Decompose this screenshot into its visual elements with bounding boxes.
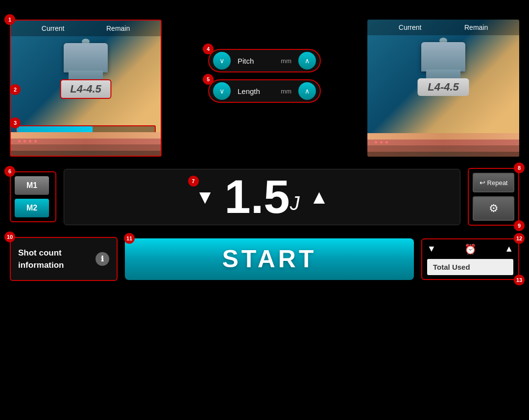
pitch-control: ∨ Pitch mm ∧ bbox=[208, 49, 321, 72]
length-unit: mm bbox=[281, 88, 291, 95]
badge-10: 10 bbox=[4, 232, 15, 242]
length-label-area: Length mm bbox=[234, 87, 295, 95]
current-label-right: Current bbox=[399, 23, 422, 31]
remain-label-left: Remain bbox=[106, 24, 130, 32]
energy-value: 1.5 bbox=[224, 173, 289, 220]
rdot2 bbox=[380, 141, 383, 143]
memory-section: M1 M2 bbox=[10, 171, 56, 222]
tissue-left bbox=[11, 132, 161, 157]
start-btn-wrapper: 11 START bbox=[125, 238, 414, 280]
badge-1: 1 bbox=[4, 14, 15, 25]
middle-controls: 4 ∨ Pitch mm ∧ 5 ∨ Length mm bbox=[198, 20, 331, 103]
timer-up-btn[interactable]: ▲ bbox=[505, 244, 513, 254]
timer-row: ▼ ⏰ ▲ bbox=[427, 243, 513, 255]
middle-row: 6 M1 M2 7 ▼ 1.5 J ▲ 8 9 ↩ bbox=[10, 168, 519, 226]
badge-9: 9 bbox=[514, 220, 525, 231]
panel-header-right: Current Remain bbox=[367, 20, 519, 35]
repeat-button[interactable]: ↩ Repeat bbox=[473, 173, 514, 192]
timer-section: ▼ ⏰ ▲ Total Used bbox=[421, 238, 519, 280]
rdot1 bbox=[375, 141, 377, 143]
badge-2: 2 bbox=[10, 84, 21, 95]
tissue-l2 bbox=[11, 139, 161, 144]
current-label-left: Current bbox=[42, 24, 65, 32]
timer-down-btn[interactable]: ▼ bbox=[427, 244, 436, 254]
tissue-l3 bbox=[11, 144, 161, 151]
shot-count-line1: Shot count bbox=[18, 247, 91, 259]
pitch-label: Pitch bbox=[238, 57, 254, 65]
tissue-r4 bbox=[367, 152, 519, 157]
energy-up-btn[interactable]: ▲ bbox=[305, 181, 334, 213]
right-buttons-section: ↩ Repeat ⚙ bbox=[468, 168, 519, 226]
tissue-r3 bbox=[367, 145, 519, 152]
pitch-unit: mm bbox=[281, 57, 291, 65]
badge-12: 12 bbox=[514, 233, 525, 244]
settings-button[interactable]: ⚙ bbox=[473, 196, 514, 221]
energy-display: 7 ▼ 1.5 J ▲ bbox=[64, 169, 460, 225]
pitch-label-area: Pitch mm bbox=[234, 57, 295, 65]
repeat-label: Repeat bbox=[487, 179, 508, 187]
length-control: ∨ Length mm ∧ bbox=[208, 79, 321, 103]
depth-fill-left bbox=[17, 126, 93, 132]
device-panel-right: Current Remain L4-4.5 bbox=[367, 20, 519, 157]
energy-value-group: 1.5 J bbox=[224, 173, 299, 220]
dot2 bbox=[24, 140, 26, 142]
main-container: 1 Current Remain 2 bbox=[0, 0, 529, 420]
shot-count-wrapper: 10 Shot count information ℹ bbox=[10, 237, 118, 281]
tissue-dots-r bbox=[375, 141, 512, 143]
m2-button[interactable]: M2 bbox=[15, 199, 49, 217]
tissue-r2 bbox=[367, 140, 519, 145]
repeat-icon: ↩ bbox=[480, 179, 485, 187]
handpiece-body-right bbox=[421, 42, 465, 71]
badge-7: 7 bbox=[188, 176, 199, 187]
cartridge-text-left: L4-4.5 bbox=[70, 83, 101, 95]
shot-count-text-area: Shot count information bbox=[18, 247, 91, 272]
energy-unit: J bbox=[290, 192, 300, 214]
badge-3: 3 bbox=[10, 117, 21, 128]
badge-8: 8 bbox=[514, 163, 525, 173]
length-label: Length bbox=[238, 87, 260, 95]
info-icon[interactable]: ℹ bbox=[96, 252, 109, 266]
badge-5: 5 bbox=[203, 74, 214, 85]
dot1 bbox=[18, 140, 21, 142]
device-visual-left: 2 L4-4.5 3 bbox=[11, 36, 161, 157]
cartridge-text-right: L4-4.5 bbox=[428, 81, 459, 93]
rdot3 bbox=[385, 141, 388, 143]
right-panel-wrapper: Current Remain L4-4.5 bbox=[367, 20, 519, 157]
right-buttons-wrapper: 8 9 ↩ Repeat ⚙ bbox=[468, 168, 519, 226]
tissue-dots bbox=[18, 140, 153, 142]
pitch-down-btn[interactable]: ∨ bbox=[213, 52, 231, 70]
timer-icon: ⏰ bbox=[464, 243, 477, 255]
energy-down-wrapper: 7 ▼ bbox=[191, 181, 220, 213]
total-used-display: Total Used bbox=[427, 259, 513, 275]
badge-11: 11 bbox=[124, 233, 135, 244]
remain-label-right: Remain bbox=[464, 23, 488, 31]
badge-4: 4 bbox=[203, 44, 214, 54]
handpiece-left bbox=[56, 36, 115, 85]
dot3 bbox=[29, 140, 31, 142]
dot4 bbox=[34, 140, 37, 142]
handpiece-body-left bbox=[64, 43, 108, 72]
length-up-btn[interactable]: ∧ bbox=[298, 82, 316, 100]
tissue-l1 bbox=[11, 132, 161, 139]
tissue-right bbox=[367, 133, 519, 157]
m1-button[interactable]: M1 bbox=[15, 176, 49, 195]
cartridge-label-right: L4-4.5 bbox=[418, 78, 469, 96]
bottom-row: 10 Shot count information ℹ 11 START 12 … bbox=[10, 237, 519, 281]
start-button[interactable]: START bbox=[125, 238, 414, 280]
cartridge-label-left: L4-4.5 bbox=[60, 79, 112, 99]
tissue-l4 bbox=[11, 151, 161, 157]
length-down-btn[interactable]: ∨ bbox=[213, 82, 231, 100]
tissue-r1 bbox=[367, 133, 519, 140]
badge-13: 13 bbox=[514, 275, 525, 285]
timer-wrapper: 12 13 ▼ ⏰ ▲ Total Used bbox=[421, 238, 519, 280]
memory-wrapper: 6 M1 M2 bbox=[10, 171, 56, 222]
handpiece-right bbox=[414, 35, 473, 84]
badge-6: 6 bbox=[4, 166, 15, 177]
device-panel-left: Current Remain 2 L4-4.5 bbox=[10, 20, 162, 157]
shot-count-section: Shot count information ℹ bbox=[10, 237, 118, 281]
panel-header-left: Current Remain bbox=[11, 21, 161, 36]
shot-count-line2: information bbox=[18, 259, 91, 272]
pitch-up-btn[interactable]: ∧ bbox=[298, 52, 316, 70]
device-visual-right: L4-4.5 bbox=[367, 35, 519, 157]
